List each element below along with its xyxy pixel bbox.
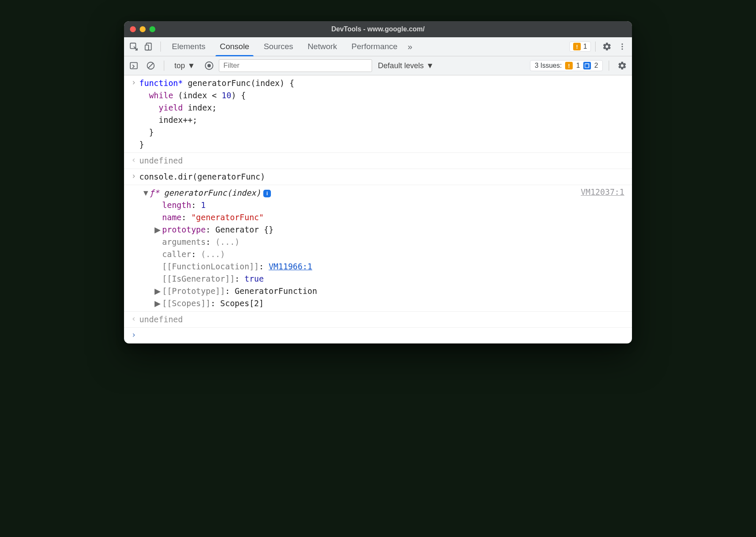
info-icon: ❐	[583, 62, 591, 69]
disclosure-triangle-icon[interactable]: ▶	[155, 285, 160, 297]
svg-rect-2	[145, 45, 149, 50]
svg-point-5	[621, 48, 623, 50]
message-source-link[interactable]: VM12037:1	[581, 186, 628, 198]
zoom-window-button[interactable]	[149, 26, 155, 32]
console-toolbar: top ▼ Default levels ▼ 3 Issues: ! 1 ❐ 2	[124, 56, 632, 75]
disclosure-triangle-icon[interactable]: ▶	[155, 297, 160, 310]
devtools-window: DevTools - www.google.com/ Elements Cons…	[124, 21, 632, 343]
filter-field[interactable]	[219, 59, 372, 72]
warning-count-badge[interactable]: ! 1	[569, 42, 591, 52]
console-entry-result: ‹ undefined	[124, 312, 632, 328]
svg-point-4	[621, 46, 623, 47]
prompt-chevron-icon: ›	[128, 329, 139, 341]
result-value: undefined	[139, 154, 628, 168]
console-settings-icon[interactable]	[615, 58, 629, 73]
separator	[595, 42, 596, 52]
issues-info-count: 2	[594, 62, 598, 69]
output-chevron-icon: ‹	[128, 154, 139, 166]
console-entry-result: ‹ undefined	[124, 153, 632, 169]
issues-indicator[interactable]: 3 Issues: ! 1 ❐ 2	[530, 60, 603, 71]
context-selector[interactable]: top ▼	[170, 59, 199, 72]
levels-label: Default levels	[378, 61, 424, 70]
tab-label: Sources	[264, 42, 293, 51]
live-expression-icon[interactable]	[202, 58, 216, 73]
object-tree: ▼ƒ* generatorFunc(index)i length: 1name:…	[139, 186, 581, 310]
issues-label: 3 Issues:	[535, 62, 562, 69]
separator	[160, 42, 161, 52]
more-tabs-button[interactable]: »	[405, 42, 415, 52]
console-entry-input[interactable]: › console.dir(generatorFunc)	[124, 169, 632, 185]
settings-icon[interactable]	[600, 39, 614, 54]
tab-performance[interactable]: Performance	[345, 37, 404, 56]
code-line: console.dir(generatorFunc)	[139, 170, 628, 184]
device-toolbar-icon[interactable]	[142, 39, 156, 54]
titlebar: DevTools - www.google.com/	[124, 21, 632, 37]
tab-label: Network	[308, 42, 337, 51]
tab-sources[interactable]: Sources	[257, 37, 300, 56]
filter-input[interactable]	[219, 59, 372, 72]
tab-elements[interactable]: Elements	[165, 37, 212, 56]
toggle-sidebar-icon[interactable]	[127, 58, 141, 73]
disclosure-triangle-icon[interactable]: ▶	[155, 224, 160, 236]
warning-icon: !	[573, 43, 581, 50]
issues-warn-count: 1	[576, 62, 580, 69]
tab-label: Console	[220, 42, 249, 51]
code-block: function* generatorFunc(index) { while (…	[139, 76, 628, 152]
chevron-down-icon: ▼	[426, 61, 434, 70]
window-title: DevTools - www.google.com/	[124, 25, 632, 33]
console-prompt[interactable]: ›	[124, 328, 632, 343]
svg-line-8	[149, 64, 153, 68]
tab-label: Elements	[172, 42, 205, 51]
prompt-input[interactable]	[139, 329, 628, 343]
chevron-down-icon: ▼	[188, 61, 195, 70]
warning-count: 1	[583, 43, 587, 50]
result-value: undefined	[139, 313, 628, 327]
log-levels-selector[interactable]: Default levels ▼	[375, 61, 437, 70]
info-icon[interactable]: i	[263, 190, 271, 197]
console-entry-dir: ▼ƒ* generatorFunc(index)i length: 1name:…	[124, 185, 632, 312]
kebab-menu-icon[interactable]	[615, 39, 629, 54]
svg-point-3	[621, 44, 623, 45]
tab-console[interactable]: Console	[213, 37, 256, 56]
input-chevron-icon: ›	[128, 76, 139, 89]
separator	[164, 61, 164, 71]
close-window-button[interactable]	[130, 26, 136, 32]
inspect-element-icon[interactable]	[127, 39, 141, 54]
warning-icon: !	[565, 62, 573, 69]
source-link[interactable]: VM11966:1	[269, 262, 312, 271]
tab-network[interactable]: Network	[301, 37, 344, 56]
svg-point-10	[207, 64, 211, 67]
clear-console-icon[interactable]	[143, 58, 158, 73]
input-chevron-icon: ›	[128, 170, 139, 182]
tab-label: Performance	[351, 42, 397, 51]
window-controls	[130, 26, 155, 32]
minimize-window-button[interactable]	[140, 26, 146, 32]
output-chevron-icon: ‹	[128, 313, 139, 325]
panel-tabstrip: Elements Console Sources Network Perform…	[124, 37, 632, 56]
console-entry-input[interactable]: › function* generatorFunc(index) { while…	[124, 75, 632, 153]
separator	[609, 61, 609, 71]
disclosure-triangle-open-icon[interactable]: ▼	[142, 187, 148, 199]
console-output: › function* generatorFunc(index) { while…	[124, 75, 632, 343]
context-label: top	[174, 61, 185, 70]
